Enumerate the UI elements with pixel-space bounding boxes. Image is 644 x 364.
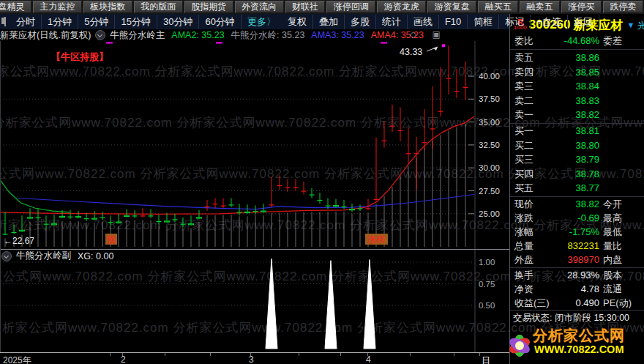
menu-item-8[interactable]: 涨停回调 bbox=[326, 1, 375, 13]
svg-text:37.50: 37.50 bbox=[479, 94, 500, 103]
period-tab-30分钟[interactable]: 30分钟 bbox=[157, 15, 199, 29]
toolbar-action-画线[interactable]: 画线 bbox=[408, 15, 439, 29]
sell-row-2[interactable]: 卖二38.83 bbox=[510, 94, 644, 108]
chevron-down-icon[interactable] bbox=[95, 30, 105, 40]
logo-title: 分析家公式网 bbox=[533, 326, 625, 346]
info-row-6: 换手28.93%股本 bbox=[510, 268, 644, 282]
menu-item-7[interactable]: 财联社 bbox=[285, 1, 326, 13]
info-row-3-label: 涨幅 bbox=[514, 225, 533, 239]
sell-row-5[interactable]: 卖五38.86 bbox=[510, 51, 644, 64]
buy-row-5-value: 38.77 bbox=[539, 181, 599, 195]
menu-item-2[interactable]: 主力监控 bbox=[33, 1, 82, 13]
svg-text:25.00: 25.00 bbox=[479, 209, 500, 218]
period-tab-60分钟[interactable]: 60分钟 bbox=[199, 15, 241, 29]
split-window-icon[interactable] bbox=[4, 17, 6, 26]
menu-item-3[interactable]: 板块指数 bbox=[83, 1, 132, 13]
top-menu-bar: 盘精灵主力监控板块指数我的版面股指期货外资流向财联社涨停回调游资龙虎游资复盘融买… bbox=[0, 0, 644, 14]
info-row-7: 净资4.78流通 bbox=[510, 282, 644, 296]
svg-text:0.50: 0.50 bbox=[479, 301, 495, 310]
menu-item-9[interactable]: 游资龙虎 bbox=[377, 1, 426, 13]
buy-row-4[interactable]: 买四38.78 bbox=[510, 167, 644, 181]
menu-item-10[interactable]: 游资复盘 bbox=[427, 1, 476, 13]
sell-row-4-value: 38.85 bbox=[539, 65, 599, 79]
period-tab-5分钟[interactable]: 5分钟 bbox=[78, 15, 115, 29]
toolbar-action-标记[interactable]: 标记 bbox=[499, 15, 531, 29]
svg-text:30.00: 30.00 bbox=[479, 163, 500, 172]
info-row-4-value: 832231 bbox=[539, 239, 599, 253]
toolbar-action-返回[interactable]: 返回 bbox=[568, 15, 599, 29]
xg-value: XG: 0.00 bbox=[78, 251, 113, 261]
time-tick bbox=[340, 353, 341, 356]
buy-row-5[interactable]: 买五38.77 bbox=[510, 181, 644, 195]
chevron-down-icon[interactable] bbox=[1, 251, 12, 261]
toolbar-action-简框[interactable]: 简框 bbox=[468, 15, 499, 29]
divide-value: 35.23 bbox=[282, 30, 304, 40]
toolbar-action-统计[interactable]: 统计 bbox=[376, 15, 408, 29]
info-row-2-value: -0.69 bbox=[539, 211, 599, 225]
weibi-row-label2: 委差 bbox=[603, 34, 622, 48]
triangle-down-icon[interactable]: ▼ bbox=[627, 21, 635, 29]
toolbar-action-多股[interactable]: 多股 bbox=[345, 15, 376, 29]
chart-header: 新莱应材(日线.前复权) 牛熊分水岭主 AMA2: 35.23 牛熊分水岭: 3… bbox=[0, 29, 509, 41]
buy-row-3[interactable]: 买三38.79 bbox=[510, 152, 644, 166]
more-menu[interactable]: 更多〉 bbox=[242, 15, 282, 29]
divide-label: 牛熊分水岭: bbox=[231, 30, 280, 40]
sell-row-1[interactable]: 卖一38.82 bbox=[510, 108, 644, 122]
period-tab-1分钟[interactable]: 1分钟 bbox=[42, 15, 78, 29]
info-row-5-value: 398970 bbox=[539, 253, 599, 267]
toolbar-action-叠加[interactable]: 叠加 bbox=[313, 15, 345, 29]
buy-row-1-label: 买一 bbox=[514, 124, 533, 138]
info-row-3-value: -1.75% bbox=[539, 225, 599, 239]
sell-row-4[interactable]: 卖四38.85 bbox=[510, 65, 644, 79]
toolbar-action-+自选[interactable]: +自选 bbox=[531, 15, 568, 29]
time-axis[interactable]: 2025年234日 bbox=[0, 352, 509, 364]
menu-item-6[interactable]: 外资流向 bbox=[235, 1, 284, 13]
sell-row-1-label: 卖一 bbox=[514, 108, 533, 122]
toolbar-action-复权[interactable]: 复权 bbox=[282, 15, 313, 29]
logo-url: WWW.70822.COM bbox=[534, 343, 624, 355]
info-row-4-label2: 量比 bbox=[603, 239, 622, 253]
quote-panel: R 1000 300260 新莱应材 ▼ 光 委比-44.68%委差卖五38.8… bbox=[509, 14, 644, 364]
menu-item-12[interactable]: 融卖五 bbox=[520, 1, 560, 13]
stock-period-label: 新莱应材(日线.前复权) bbox=[0, 29, 91, 42]
ama3-label: AMA3: bbox=[311, 30, 339, 40]
toolbar-action-F10[interactable]: F10 bbox=[439, 15, 468, 29]
info-row-4: 总量832231量比 bbox=[510, 239, 644, 253]
info-row-6-label: 换手 bbox=[514, 268, 533, 282]
period-toolbar: 分时1分钟5分钟15分钟30分钟60分钟更多〉复权叠加多股统计画线F10简框标记… bbox=[0, 14, 509, 29]
time-tick bbox=[165, 353, 165, 356]
info-row-6-value: 28.93% bbox=[539, 268, 599, 282]
info-row-5-label2: 内盘 bbox=[603, 253, 622, 267]
indicator-main-name[interactable]: 牛熊分水岭主 bbox=[110, 29, 165, 42]
menu-item-13[interactable]: 涨停买 bbox=[561, 1, 602, 13]
time-tick bbox=[367, 353, 368, 356]
weibi-row-value: -44.68% bbox=[539, 34, 599, 48]
info-row-2-label: 涨跌 bbox=[514, 211, 533, 225]
panel-separator bbox=[510, 310, 644, 311]
ama4-label: AMA4: bbox=[371, 30, 399, 40]
buy-row-1[interactable]: 买一38.81 bbox=[510, 124, 644, 138]
header-tool-icons[interactable]: ◇ ▣ bbox=[410, 29, 447, 40]
indicator-subchart[interactable]: 1.000.750.50 bbox=[0, 250, 509, 352]
indicator-sub-name[interactable]: 牛熊分水岭副 bbox=[16, 250, 71, 262]
panel-divider[interactable] bbox=[0, 249, 509, 250]
sell-row-3[interactable]: 卖三38.84 bbox=[510, 79, 644, 93]
menu-item-4[interactable]: 我的版面 bbox=[134, 1, 183, 13]
buy-row-2[interactable]: 买二38.80 bbox=[510, 138, 644, 152]
sell-row-5-value: 38.86 bbox=[539, 51, 599, 64]
chart-left-border bbox=[0, 41, 1, 352]
period-tab-15分钟[interactable]: 15分钟 bbox=[115, 15, 157, 29]
menu-item-1[interactable]: 盘精灵 bbox=[0, 1, 31, 13]
menu-item-5[interactable]: 股指期货 bbox=[184, 1, 233, 13]
menu-item-11[interactable]: 融买五 bbox=[478, 1, 518, 13]
info-row-7-value: 4.78 bbox=[539, 282, 599, 296]
period-tab-分时[interactable]: 分时 bbox=[10, 15, 42, 29]
info-row-1-value: 38.82 bbox=[539, 197, 599, 211]
time-tick bbox=[454, 353, 454, 356]
info-row-7-label2: 流通 bbox=[603, 282, 622, 296]
buy-row-3-label: 买三 bbox=[514, 152, 533, 166]
trading-status: 交易状态: 闭市阶段 15:30:00 bbox=[513, 312, 644, 324]
info-row-5-label: 外盘 bbox=[514, 253, 533, 267]
candlestick-chart[interactable]: 40.0037.5035.0032.5030.0027.5025.00【牛区持股… bbox=[0, 41, 509, 250]
menu-item-14[interactable]: 跌停卖 bbox=[603, 1, 643, 13]
